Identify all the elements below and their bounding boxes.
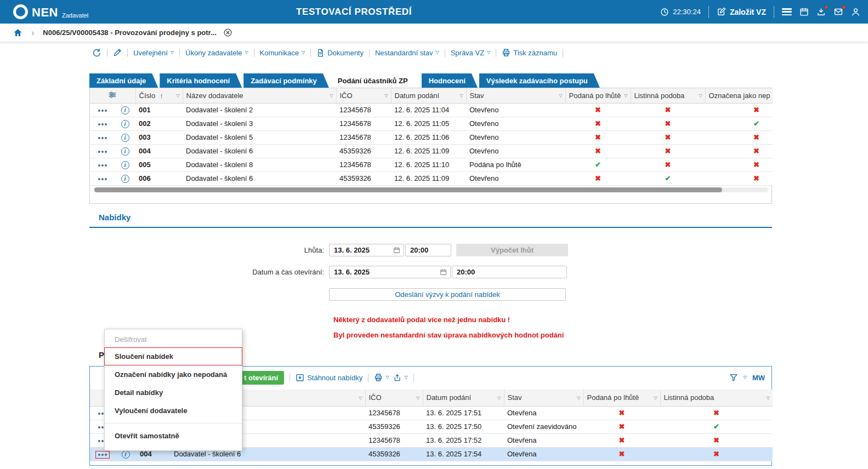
column-settings-header[interactable]	[90, 88, 135, 103]
col-podana-po-lhute[interactable]: Podaná po lhůtě▽	[583, 390, 660, 406]
tab-kriteria-hodnoceni[interactable]: Kritéria hodnocení	[160, 73, 242, 88]
menu-komunikace[interactable]: Komunikace▽	[260, 49, 305, 57]
menu-dokumenty[interactable]: Dokumenty	[316, 49, 364, 57]
horizontal-scrollbar[interactable]	[93, 187, 768, 192]
history-button[interactable]	[92, 48, 101, 58]
vypocet-lhut-button[interactable]: Výpočet lhůt	[456, 244, 568, 256]
row-menu-icon[interactable]	[98, 123, 107, 125]
col-stav[interactable]: Stav▽	[504, 390, 583, 406]
tab-zadavaci-podminky[interactable]: Zadávací podmínky	[243, 73, 329, 88]
col-datum-podani[interactable]: Datum podání▽	[391, 88, 466, 103]
filter-caret-icon[interactable]: ▽	[176, 93, 179, 98]
create-vz-button[interactable]: Založit VZ	[717, 7, 766, 16]
col-oznacena[interactable]: Označena jako nep	[705, 88, 773, 103]
edit-record-button[interactable]	[113, 48, 122, 57]
oteviranni-time-input[interactable]: 20:00	[452, 266, 567, 278]
export-offers-button[interactable]: ▽	[393, 374, 407, 382]
filter-caret-icon[interactable]: ▽	[744, 375, 747, 380]
info-icon[interactable]: i	[121, 147, 129, 156]
row-menu-icon[interactable]	[98, 110, 107, 112]
col-podana-po-lhute[interactable]: Podaná po lhůtě▽	[565, 88, 631, 103]
filter-caret-icon[interactable]: ▽	[577, 395, 580, 400]
row-menu-icon[interactable]	[98, 151, 107, 153]
column-settings-icon[interactable]	[108, 90, 117, 99]
menu-item-oznaceni-nepodana[interactable]: Označení nabídky jako nepodaná	[105, 365, 242, 384]
col-nazev-dodavatele[interactable]: Název dodavatele▽	[183, 88, 336, 103]
profile-button[interactable]	[851, 7, 860, 16]
col-datum-podani[interactable]: Datum podání▽	[423, 390, 504, 406]
info-icon[interactable]: i	[121, 120, 129, 128]
print-offers-button[interactable]: ▽	[374, 373, 389, 382]
calendar-button[interactable]	[799, 7, 809, 16]
menu-sprava-vz[interactable]: Správa VZ▽	[451, 49, 491, 57]
oteviranni-date-input[interactable]: 13. 6. 2025	[329, 266, 451, 278]
col-ico[interactable]: IČO▽	[365, 390, 423, 406]
info-icon[interactable]: i	[122, 450, 130, 459]
breadcrumb-item[interactable]: N006/25/V00005438 - Provozování prodejny…	[43, 28, 216, 37]
table-row[interactable]: i 006 Dodavatel - školení 6 45359326 12.…	[90, 171, 773, 185]
col-stav[interactable]: Stav▽	[466, 88, 565, 103]
info-icon[interactable]: i	[121, 106, 129, 115]
table-row[interactable]: i 001 Dodavatel - školení 2 12345678 12.…	[90, 103, 773, 117]
menu-item-otevrit-samostatne[interactable]: Otevřít samostatně	[105, 427, 242, 445]
table-row[interactable]: i 002 Dodavatel - školení 3 12345678 12.…	[90, 117, 773, 130]
table-row[interactable]: i 005 Dodavatel - školení 8 12345678 12.…	[90, 158, 773, 171]
tab-zakladni-udaje[interactable]: Základní údaje	[89, 73, 158, 88]
col-ico[interactable]: IČO▽	[336, 88, 391, 103]
messages-button[interactable]	[833, 7, 843, 16]
info-icon[interactable]: i	[121, 175, 129, 183]
filter-caret-icon[interactable]: ▽	[654, 395, 657, 400]
home-icon[interactable]	[13, 28, 22, 37]
filter-caret-icon[interactable]: ▽	[497, 395, 501, 400]
menu-nestandardni-label: Nestandardní stav	[375, 49, 433, 57]
table-row[interactable]: i 004 Dodavatel - školení 6 45359326 12.…	[90, 144, 773, 158]
row-menu-icon[interactable]	[98, 164, 107, 167]
close-tab-icon[interactable]	[223, 28, 232, 37]
nen-logo[interactable]: NEN Zadavatel	[13, 4, 88, 19]
filter-caret-icon[interactable]: ▽	[330, 93, 333, 98]
filter-caret-icon[interactable]: ▽	[384, 93, 388, 98]
menu-item-slouceni-nabidek[interactable]: Sloučení nabídek	[104, 347, 242, 365]
main-menu-button[interactable]	[782, 8, 792, 15]
menu-nestandardni-stav[interactable]: Nestandardní stav▽	[375, 49, 439, 57]
download-offers-button[interactable]: Stáhnout nabídky	[296, 373, 362, 382]
info-icon[interactable]: i	[121, 134, 129, 142]
filter-caret-icon[interactable]: ▽	[624, 93, 627, 98]
row-menu-icon[interactable]	[98, 454, 107, 456]
col-listinna-podoba[interactable]: Listinná podoba▽	[660, 390, 773, 406]
tab-podani-ucastniku-zp[interactable]: Podání účastníků ZP	[331, 73, 420, 88]
cell-ico: 12345678	[336, 158, 391, 171]
lhuta-time-input[interactable]: 20:00	[405, 244, 451, 256]
menu-uverejneni[interactable]: Uveřejnění▽	[133, 49, 174, 57]
row-menu-icon[interactable]	[98, 178, 107, 180]
calendar-icon[interactable]	[440, 268, 447, 276]
filter-caret-icon[interactable]: ▽	[699, 93, 702, 98]
downloads-button[interactable]	[816, 7, 826, 16]
mw-link[interactable]: MW	[752, 374, 765, 382]
info-icon[interactable]: i	[121, 161, 129, 169]
cell-datum: 13. 6. 2025 17:52	[423, 433, 504, 447]
tab-hodnoceni[interactable]: Hodnocení	[422, 73, 478, 88]
filter-caret-icon[interactable]: ▽	[359, 395, 362, 400]
filter-caret-icon[interactable]: ▽	[459, 93, 463, 98]
menu-item-vylouceni-dodavatele[interactable]: Vyloučení dodavatele	[105, 402, 242, 420]
scrollbar-thumb[interactable]	[94, 187, 722, 192]
tab-vysledek-zadavaciho-postupu[interactable]: Výsledek zadávacího postupu	[479, 73, 600, 88]
filter-caret-icon[interactable]: ▽	[559, 93, 562, 98]
row-menu-icon[interactable]	[98, 137, 107, 139]
menu-ukony-zadavatele[interactable]: Úkony zadavatele▽	[185, 49, 248, 57]
menu-item-detail-nabidky[interactable]: Detail nabídky	[105, 384, 242, 402]
sort-asc-icon[interactable]: ↑	[160, 91, 163, 100]
lhuta-date-input[interactable]: 13. 6. 2025	[329, 244, 404, 256]
filter-icon[interactable]	[729, 373, 738, 382]
calendar-icon[interactable]	[393, 247, 400, 254]
col-cislo[interactable]: Číslo↑▽	[135, 88, 183, 103]
odeslani-vyzvy-button[interactable]: Odeslání výzvy k podání nabídek	[329, 288, 566, 301]
filter-caret-icon[interactable]: ▽	[767, 395, 770, 400]
cell-stav: Otevřena	[504, 433, 583, 447]
table-row[interactable]: i 003 Dodavatel - školení 5 12345678 12.…	[90, 130, 773, 144]
filter-caret-icon[interactable]: ▽	[416, 395, 419, 400]
col-listinna-podoba[interactable]: Listinná podoba▽	[631, 88, 705, 103]
print-record-button[interactable]: Tisk záznamu	[502, 48, 557, 57]
document-icon	[316, 49, 325, 57]
